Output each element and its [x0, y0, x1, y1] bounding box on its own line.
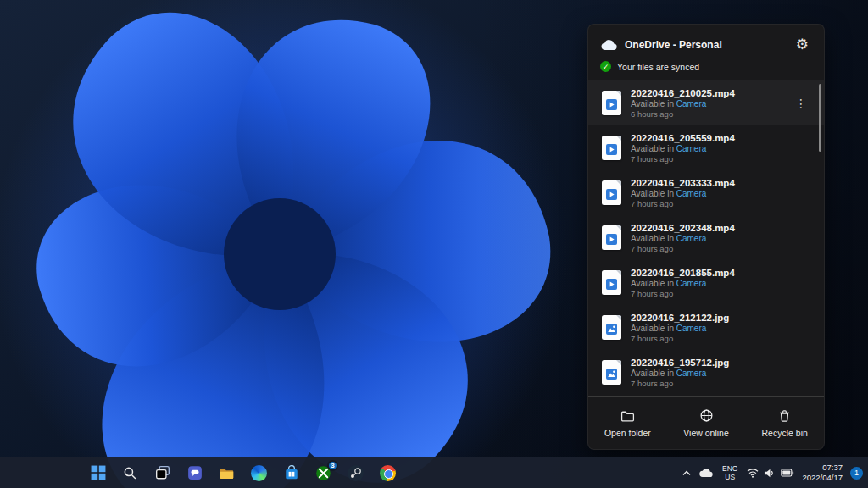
wifi-icon — [747, 468, 759, 478]
video-glyph-icon — [606, 144, 617, 155]
more-options-icon[interactable]: ⋮ — [792, 95, 810, 112]
desktop: OneDrive - Personal ⚙ ✓ Your files are s… — [0, 0, 868, 488]
system-tray: ENG US — [682, 458, 863, 488]
view-online-button[interactable]: View online — [667, 397, 746, 449]
onedrive-cloud-icon — [698, 468, 713, 478]
task-view-button[interactable] — [149, 461, 175, 485]
file-time: 6 hours ago — [631, 109, 735, 119]
recycle-bin-button[interactable]: Recycle bin — [745, 397, 824, 449]
teams-chat-icon — [187, 465, 203, 480]
file-name: 20220416_203333.mp4 — [631, 178, 735, 188]
file-row[interactable]: 20220416_201855.mp4 Available in Camera … — [588, 260, 824, 305]
video-glyph-icon — [606, 189, 617, 200]
trash-icon — [777, 408, 792, 423]
show-hidden-icons-button[interactable] — [682, 470, 691, 476]
time-text: 07:37 — [822, 463, 843, 473]
onedrive-header: OneDrive - Personal ⚙ — [588, 25, 824, 57]
xbox-notification-badge: 3 — [327, 460, 338, 471]
microsoft-store-button[interactable] — [278, 461, 304, 485]
taskbar: 3 — [0, 457, 868, 488]
teams-chat-button[interactable] — [181, 461, 208, 485]
file-location: Available in Camera — [631, 324, 729, 333]
camera-folder-link[interactable]: Camera — [676, 99, 707, 108]
camera-folder-link[interactable]: Camera — [676, 324, 707, 333]
file-location: Available in Camera — [631, 189, 735, 198]
settings-gear-icon[interactable]: ⚙ — [793, 36, 812, 53]
keyboard-layout: US — [725, 473, 735, 481]
file-row[interactable]: 20220416_212122.jpg Available in Camera … — [588, 305, 824, 350]
file-time: 7 hours ago — [631, 379, 729, 388]
search-button[interactable] — [117, 461, 143, 485]
quick-settings-button[interactable] — [747, 468, 794, 479]
file-name: 20220416_212122.jpg — [631, 313, 729, 323]
onedrive-title: OneDrive - Personal — [625, 39, 785, 51]
windows-logo-icon — [91, 465, 106, 480]
file-time: 7 hours ago — [631, 334, 729, 343]
recycle-bin-label: Recycle bin — [762, 428, 808, 438]
file-explorer-button[interactable] — [214, 461, 240, 485]
language-code: ENG — [722, 464, 737, 473]
file-location: Available in Camera — [631, 144, 735, 153]
video-glyph-icon — [606, 279, 617, 290]
file-row[interactable]: 20220416_195712.jpg Available in Camera … — [588, 350, 824, 395]
file-name: 20220416_210025.mp4 — [631, 88, 735, 98]
chevron-up-icon — [682, 470, 691, 476]
scrollbar[interactable] — [819, 84, 821, 152]
task-view-icon — [155, 465, 170, 480]
image-glyph-icon — [606, 324, 617, 335]
battery-icon — [781, 468, 794, 478]
globe-icon — [699, 408, 714, 423]
file-time: 7 hours ago — [631, 244, 735, 253]
language-switcher[interactable]: ENG US — [721, 464, 739, 481]
edge-icon — [251, 465, 267, 481]
video-glyph-icon — [606, 99, 617, 110]
camera-folder-link[interactable]: Camera — [676, 279, 707, 288]
file-type-icon — [602, 315, 621, 340]
file-type-icon — [602, 180, 621, 205]
onedrive-cloud-icon — [600, 39, 617, 51]
file-location: Available in Camera — [631, 99, 735, 108]
notification-center-button[interactable]: 1 — [850, 467, 863, 480]
image-glyph-icon — [606, 369, 617, 380]
file-row[interactable]: 20220416_202348.mp4 Available in Camera … — [588, 215, 824, 260]
sync-status: ✓ Your files are synced — [588, 57, 824, 79]
recent-files-list: 20220416_210025.mp4 Available in Camera … — [588, 79, 824, 396]
file-row[interactable]: 20220416_203333.mp4 Available in Camera … — [588, 170, 824, 215]
file-location: Available in Camera — [631, 279, 735, 288]
onedrive-flyout: OneDrive - Personal ⚙ ✓ Your files are s… — [587, 24, 825, 450]
start-button[interactable] — [85, 461, 111, 485]
file-type-icon — [602, 225, 621, 250]
steam-button[interactable] — [342, 461, 369, 485]
search-icon — [123, 466, 137, 480]
onedrive-tray-button[interactable] — [698, 468, 713, 478]
file-row[interactable]: 20220416_205559.mp4 Available in Camera … — [588, 125, 824, 170]
file-time: 7 hours ago — [631, 199, 735, 208]
file-type-icon — [602, 270, 621, 295]
steam-icon — [348, 465, 364, 481]
camera-folder-link[interactable]: Camera — [676, 234, 707, 243]
chrome-icon — [380, 465, 396, 481]
file-type-icon — [602, 360, 621, 385]
file-name: 20220416_195712.jpg — [631, 358, 729, 368]
camera-folder-link[interactable]: Camera — [676, 369, 707, 378]
file-type-icon — [602, 91, 621, 115]
file-location: Available in Camera — [631, 234, 735, 243]
chrome-button[interactable] — [375, 461, 401, 485]
sync-check-icon: ✓ — [600, 61, 611, 72]
xbox-button[interactable]: 3 — [310, 461, 337, 485]
open-folder-button[interactable]: Open folder — [588, 397, 667, 449]
camera-folder-link[interactable]: Camera — [676, 189, 707, 198]
sync-status-text: Your files are synced — [617, 62, 699, 72]
file-name: 20220416_205559.mp4 — [631, 133, 735, 143]
clock[interactable]: 07:37 2022/04/17 — [802, 463, 843, 484]
file-explorer-icon — [219, 465, 235, 481]
volume-icon — [764, 468, 776, 479]
camera-folder-link[interactable]: Camera — [676, 144, 707, 153]
folder-icon — [620, 408, 635, 423]
open-folder-label: Open folder — [604, 428, 651, 438]
file-type-icon — [602, 136, 621, 160]
edge-button[interactable] — [246, 461, 272, 485]
file-row[interactable]: 20220416_210025.mp4 Available in Camera … — [588, 80, 824, 125]
file-location: Available in Camera — [631, 369, 729, 378]
onedrive-footer: Open folder View online Recycle bin — [588, 396, 824, 449]
